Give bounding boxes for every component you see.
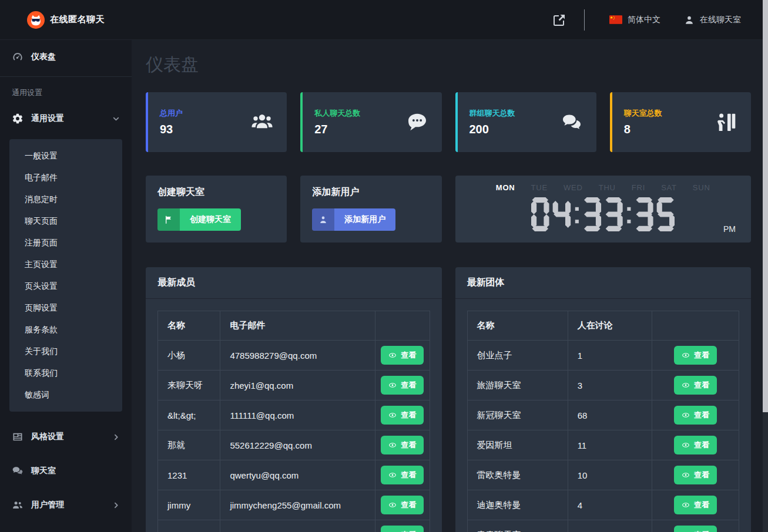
tables-row: 最新成员 名称电子邮件小杨4785988279@qq.com查看来聊天呀zhey… <box>146 267 751 532</box>
chevron-right-icon <box>112 501 120 509</box>
view-button[interactable]: 查看 <box>381 376 424 395</box>
table-cell: 迪迦奥特曼 <box>467 490 568 520</box>
gear-icon <box>12 113 24 124</box>
external-link-icon[interactable] <box>552 13 566 27</box>
table-action-cell: 查看 <box>375 520 430 532</box>
topbar-divider <box>584 9 585 31</box>
table-cell: 那就 <box>158 430 220 460</box>
view-button[interactable]: 查看 <box>381 346 424 365</box>
table-action-cell: 查看 <box>652 460 739 490</box>
table-header-row: 名称人在讨论 <box>467 311 739 341</box>
brand[interactable]: 在线匿名聊天 <box>0 11 132 29</box>
submenu-item-4[interactable]: 注册页面 <box>9 232 122 254</box>
table-header-row: 名称电子邮件 <box>158 311 430 341</box>
sidebar-item-general-settings[interactable]: 通用设置 <box>0 102 132 136</box>
table-action-cell: 查看 <box>375 371 430 400</box>
table-action-cell: 查看 <box>375 430 430 460</box>
view-button-label: 查看 <box>694 500 709 510</box>
language-label: 简体中文 <box>628 15 660 25</box>
clock-widget: MONTUEWEDTHUFRISATSUN PM <box>455 176 752 243</box>
sidebar-item-site-language[interactable]: A 文 网站语言 <box>0 522 132 532</box>
table-cell: qwertyu@qq.com <box>220 460 375 490</box>
submenu-item-8[interactable]: 服务条款 <box>9 319 122 341</box>
table-row: jimmyjimmycheng255@gmail.com查看 <box>158 490 430 520</box>
view-button-label: 查看 <box>694 410 709 420</box>
table-cell: jimmy <box>158 490 220 520</box>
sidebar-item-style-settings[interactable]: 风格设置 <box>0 420 132 454</box>
latest-members-title: 最新成员 <box>146 267 442 299</box>
view-button[interactable]: 查看 <box>381 496 424 514</box>
view-button[interactable]: 查看 <box>674 496 717 514</box>
sidebar-item-label: 通用设置 <box>31 113 64 124</box>
submenu-item-7[interactable]: 页脚设置 <box>9 297 122 319</box>
stat-label: 私人聊天总数 <box>314 108 360 119</box>
create-room-button[interactable]: 创建聊天室 <box>157 208 241 231</box>
sidebar-item-dashboard[interactable]: 仪表盘 <box>0 40 132 74</box>
general-settings-submenu: 一般设置电子邮件消息定时聊天页面注册页面主页设置页头设置页脚设置服务条款关于我们… <box>9 139 122 412</box>
sidebar-item-user-management[interactable]: 用户管理 <box>0 488 132 522</box>
clock-day-sat: SAT <box>661 183 677 192</box>
table-cell: jimmycheng255@gmail.com <box>220 490 375 520</box>
submenu-item-2[interactable]: 消息定时 <box>9 188 122 210</box>
view-button[interactable]: 查看 <box>381 466 424 484</box>
table-row: 1231qwertyu@qq.com查看 <box>158 460 430 490</box>
user-menu[interactable]: 在线聊天室 <box>684 15 741 25</box>
view-button[interactable]: 查看 <box>674 346 717 365</box>
view-button[interactable]: 查看 <box>674 376 717 395</box>
sidebar-item-label: 仪表盘 <box>31 52 56 62</box>
submenu-item-0[interactable]: 一般设置 <box>9 145 122 167</box>
view-button-label: 查看 <box>401 470 416 480</box>
view-button-label: 查看 <box>694 530 709 532</box>
table-cell: 创业点子 <box>467 341 568 371</box>
submenu-item-9[interactable]: 关于我们 <box>9 341 122 362</box>
add-user-title: 添加新用户 <box>312 186 430 198</box>
add-user-card: 添加新用户 添加新用户 <box>300 176 441 243</box>
view-button[interactable]: 查看 <box>381 526 424 532</box>
table-action-cell: 查看 <box>375 400 430 430</box>
submenu-item-6[interactable]: 页头设置 <box>9 275 122 297</box>
table-row: 青春聊天室12查看 <box>467 520 739 532</box>
dashboard-gauge-icon <box>12 51 24 63</box>
table-action-cell: 查看 <box>375 490 430 520</box>
table-cell: &lt;&gt; <box>158 400 220 430</box>
view-button[interactable]: 查看 <box>674 466 717 484</box>
brand-name: 在线匿名聊天 <box>50 14 105 25</box>
chevron-right-icon <box>112 433 120 441</box>
submenu-item-1[interactable]: 电子邮件 <box>9 167 122 188</box>
view-button[interactable]: 查看 <box>674 526 717 532</box>
table-cell: 旅游聊天室 <box>467 371 568 400</box>
view-button[interactable]: 查看 <box>674 436 717 454</box>
language-switcher[interactable]: 简体中文 <box>609 15 660 25</box>
table-row: 旅游聊天室3查看 <box>467 371 739 400</box>
latest-groups-card: 最新团体 名称人在讨论创业点子1查看旅游聊天室3查看新冠聊天室68查看爱因斯坦1… <box>455 267 752 532</box>
view-button[interactable]: 查看 <box>381 406 424 425</box>
stat-card-group-chats: 群组聊天总数 200 <box>455 92 596 152</box>
view-button[interactable]: 查看 <box>674 406 717 425</box>
page-scrollbar[interactable] <box>763 0 768 532</box>
stat-card-total-users: 总用户 93 <box>146 92 287 152</box>
sidebar-item-chat-rooms[interactable]: 聊天室 <box>0 454 132 488</box>
table-cell: 4785988279@qq.com <box>220 341 375 371</box>
table-cell: 1 <box>568 341 652 371</box>
submenu-item-5[interactable]: 主页设置 <box>9 254 122 275</box>
stat-value: 8 <box>624 123 662 136</box>
scrollbar-thumb[interactable] <box>763 0 768 412</box>
page-title: 仪表盘 <box>146 53 751 77</box>
person-icon <box>312 208 334 231</box>
latest-groups-table: 名称人在讨论创业点子1查看旅游聊天室3查看新冠聊天室68查看爱因斯坦11查看雷欧… <box>467 311 740 532</box>
table-row: 爱因斯坦11查看 <box>467 430 739 460</box>
table-cell: 12 <box>568 520 652 532</box>
view-button[interactable]: 查看 <box>381 436 424 454</box>
view-button-label: 查看 <box>401 530 416 532</box>
view-button-label: 查看 <box>694 350 709 361</box>
chat-multi-icon <box>560 110 583 134</box>
stat-value: 200 <box>469 123 515 136</box>
table-cell: 3 <box>568 371 652 400</box>
table-cell: 来聊天呀 <box>158 371 220 400</box>
submenu-item-3[interactable]: 聊天页面 <box>9 210 122 232</box>
add-user-button[interactable]: 添加新用户 <box>312 208 395 231</box>
clock-day-mon: MON <box>496 183 515 192</box>
submenu-item-11[interactable]: 敏感词 <box>9 384 122 406</box>
submenu-item-10[interactable]: 联系我们 <box>9 362 122 384</box>
table-cell: 4 <box>568 490 652 520</box>
